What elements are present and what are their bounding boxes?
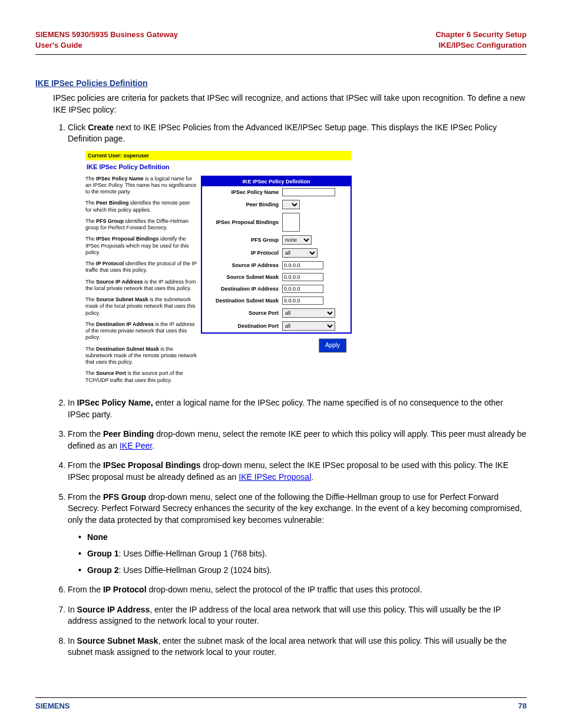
step-5: From the PFS Group drop-down menu, selec… xyxy=(68,492,527,577)
step-8: In Source Subnet Mask, enter the subnet … xyxy=(68,635,527,658)
ss-ip-protocol-select[interactable]: all xyxy=(282,248,318,258)
ss-peer-binding-label: Peer Binding xyxy=(205,201,282,209)
ss-dst-port-select[interactable]: all xyxy=(282,321,335,331)
step-3: From the Peer Binding drop-down menu, se… xyxy=(68,429,527,452)
chapter-label: Chapter 6 Security Setup xyxy=(435,30,527,39)
ss-dst-mask-input[interactable] xyxy=(282,297,323,305)
ss-panel-header: IKE IPSec Policy Definition xyxy=(202,177,351,187)
section-heading: IKE IPSec Policies Definition xyxy=(35,78,527,88)
step-1: Click Create next to IKE IPSec Policies … xyxy=(68,122,527,388)
steps-list: Click Create next to IKE IPSec Policies … xyxy=(53,122,527,659)
step-2: In IPSec Policy Name, enter a logical na… xyxy=(68,397,527,420)
step-4: From the IPSec Proposal Bindings drop-do… xyxy=(68,460,527,483)
ss-src-ip-label: Source IP Address xyxy=(205,262,282,269)
ss-src-port-label: Source Port xyxy=(205,309,282,317)
pfs-option-none: None xyxy=(78,532,527,543)
embedded-screenshot: Current User: superuser IKE IPSec Policy… xyxy=(85,151,352,388)
ss-user-bar: Current User: superuser xyxy=(85,151,352,161)
ss-apply-button[interactable]: Apply xyxy=(319,338,346,353)
pfs-option-group1: Group 1: Uses Diffie-Hellman Group 1 (76… xyxy=(78,548,527,560)
footer-page-number: 78 xyxy=(518,701,527,710)
ike-ipsec-proposal-link[interactable]: IKE IPSec Proposal xyxy=(239,472,311,482)
ss-pfs-group-label: PFS Group xyxy=(205,236,282,244)
pfs-options-list: None Group 1: Uses Diffie-Hellman Group … xyxy=(68,532,527,576)
page-header: SIEMENS 5930/5935 Business Gateway User'… xyxy=(35,29,527,55)
ss-policy-name-label: IPSec Policy Name xyxy=(205,189,282,196)
ss-dst-ip-label: Destination IP Address xyxy=(205,285,282,293)
footer-brand: SIEMENS xyxy=(35,701,70,710)
ss-ip-protocol-label: IP Protocol xyxy=(205,249,282,257)
page-footer: SIEMENS 78 xyxy=(35,697,527,710)
ss-help-column: The IPSec Policy Name is a logical name … xyxy=(85,176,197,388)
ss-src-port-select[interactable]: all xyxy=(282,308,335,318)
ss-src-mask-label: Source Subnet Mask xyxy=(205,274,282,281)
product-title: SIEMENS 5930/5935 Business Gateway xyxy=(35,30,178,39)
ss-dst-port-label: Destination Port xyxy=(205,322,282,330)
ss-page-title: IKE IPSec Policy Definition xyxy=(85,160,352,175)
step-7: In Source IP Address, enter the IP addre… xyxy=(68,604,527,627)
step-6: From the IP Protocol drop-down menu, sel… xyxy=(68,584,527,596)
header-right: Chapter 6 Security Setup IKE/IPSec Confi… xyxy=(435,29,527,51)
ss-form-panel: IKE IPSec Policy Definition IPSec Policy… xyxy=(201,176,352,334)
ike-peer-link[interactable]: IKE Peer xyxy=(120,441,152,450)
ss-policy-name-input[interactable] xyxy=(282,188,335,196)
intro-paragraph: IPSec policies are criteria for packets … xyxy=(53,93,527,116)
doc-title: User's Guide xyxy=(35,41,82,50)
ss-proposal-bindings-label: IPSec Proposal Bindings xyxy=(205,219,282,226)
ss-src-ip-input[interactable] xyxy=(282,261,323,269)
section-topic: IKE/IPSec Configuration xyxy=(438,41,527,50)
ss-pfs-group-select[interactable]: none xyxy=(282,235,312,245)
ss-src-mask-input[interactable] xyxy=(282,273,323,281)
ss-peer-binding-select[interactable] xyxy=(282,200,300,209)
pfs-option-group2: Group 2: Uses Diffie-Hellman Group 2 (10… xyxy=(78,565,527,577)
ss-proposal-bindings-list[interactable] xyxy=(282,213,300,232)
ss-dst-ip-input[interactable] xyxy=(282,285,323,293)
header-left: SIEMENS 5930/5935 Business Gateway User'… xyxy=(35,29,178,51)
ss-dst-mask-label: Destination Subnet Mask xyxy=(205,297,282,305)
